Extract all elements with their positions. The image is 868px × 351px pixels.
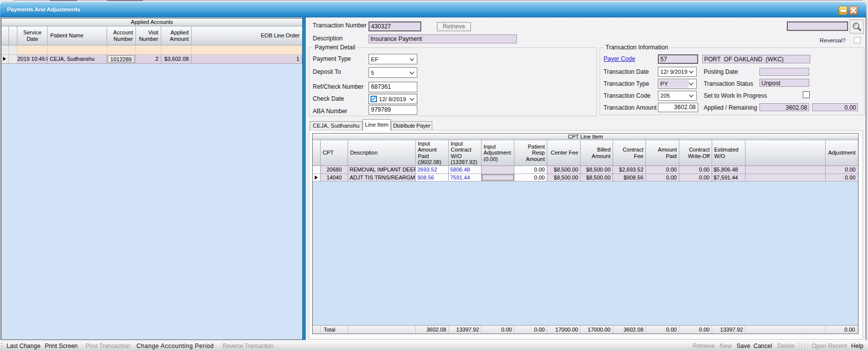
- cell-visit-number[interactable]: 2: [136, 55, 161, 63]
- cell-service-date[interactable]: 2019 10:45:0: [17, 55, 48, 63]
- cell-description[interactable]: REMOVAL IMPLANT DEEP: [348, 166, 416, 174]
- status-open-recent[interactable]: Open Recent: [812, 343, 847, 350]
- filter-account-number[interactable]: [107, 45, 136, 54]
- status-delete[interactable]: Delete: [777, 343, 795, 350]
- cell-input-contract-wo[interactable]: 7591.44: [449, 174, 482, 181]
- col-header-contract-write-off[interactable]: Contract Write-Off: [679, 140, 712, 166]
- cell-input-amount-paid[interactable]: 2693.52: [416, 166, 449, 174]
- retrieve-button[interactable]: Retrieve: [437, 22, 471, 31]
- col-header-visit-number[interactable]: Visit Number: [136, 26, 161, 45]
- account-number-box[interactable]: 1012289: [108, 55, 134, 63]
- cell-estimated-wo[interactable]: $5,806.48: [712, 166, 745, 174]
- tab-distribute-payer[interactable]: Distribute Payer: [391, 121, 432, 130]
- cell-patient-resp-amount[interactable]: 0.00: [514, 166, 547, 174]
- cpt-line-item-grid: CPT Line Item CPT Description Input Amou…: [312, 133, 859, 334]
- status-change-accounting-period[interactable]: Change Accounting Period: [136, 343, 214, 350]
- col-header-service-date[interactable]: Service Date: [17, 26, 48, 45]
- cell-description[interactable]: ADJT TIS TRNS/REARGM: [348, 174, 416, 181]
- col-header-patient-resp-amount[interactable]: Patient Resp Amount: [514, 140, 547, 166]
- status-print-screen[interactable]: Print Screen: [45, 343, 78, 350]
- col-header-account-number[interactable]: Account Number: [107, 26, 136, 45]
- payer-code-link[interactable]: Payer Code: [604, 56, 635, 62]
- filter-applied-amount[interactable]: [161, 45, 192, 54]
- filter-eob-line-order[interactable]: [192, 45, 302, 54]
- search-input[interactable]: [787, 21, 848, 31]
- col-header-center-fee[interactable]: Center Fee: [547, 140, 581, 166]
- col-header-applied-amount[interactable]: Applied Amount: [161, 26, 192, 45]
- filter-visit-number[interactable]: [136, 45, 161, 54]
- cell-input-adjustment[interactable]: [482, 166, 514, 174]
- cpt-row[interactable]: 20680 REMOVAL IMPLANT DEEP 2693.52 5806.…: [313, 166, 858, 174]
- cell-input-amount-paid[interactable]: 908.56: [416, 174, 449, 181]
- title-bar[interactable]: Payments And Adjustments: [0, 1, 867, 17]
- tab-patient[interactable]: CEJA, Sudhanshu: [310, 121, 363, 130]
- cell-adjustment[interactable]: 0.00: [826, 174, 858, 181]
- col-header-eob-line-order[interactable]: EOB Line Order: [192, 26, 302, 45]
- status-retrieve[interactable]: Retrieve: [693, 343, 715, 350]
- deposit-to-combo[interactable]: 5: [369, 67, 417, 78]
- cell-billed-amount[interactable]: $8,500.00: [581, 166, 613, 174]
- ref-check-number-field[interactable]: 687361: [369, 82, 417, 92]
- status-post-transaction[interactable]: Post Transaction: [86, 343, 130, 350]
- filter-service-date[interactable]: [17, 45, 48, 54]
- check-date-checkbox[interactable]: [371, 96, 377, 102]
- applied-account-row[interactable]: 2019 10:45:0 CEJA, Sudhanshu 1012289 2 $…: [1, 55, 302, 64]
- cell-account-number[interactable]: 1012289: [107, 55, 136, 63]
- status-last-change[interactable]: Last Change: [6, 343, 40, 350]
- transaction-code-combo[interactable]: 205: [658, 91, 697, 101]
- status-reverse-transaction[interactable]: Reverse Transaction: [223, 343, 273, 350]
- cell-input-contract-wo[interactable]: 5806.48: [449, 166, 482, 174]
- cell-center-fee[interactable]: $8,500.00: [547, 166, 581, 174]
- cell-cpt[interactable]: 14040: [321, 174, 348, 181]
- status-new[interactable]: New: [720, 343, 732, 350]
- aba-number-field[interactable]: 979789: [369, 105, 417, 115]
- tab-line-item[interactable]: Line Item: [363, 119, 391, 131]
- cell-input-adjustment-focused[interactable]: [482, 174, 514, 181]
- payment-type-combo[interactable]: EF: [369, 54, 417, 64]
- cell-estimated-wo[interactable]: $7,591.44: [712, 174, 745, 181]
- transaction-number-field[interactable]: 430327: [369, 21, 421, 31]
- cell-contract-write-off[interactable]: 0.00: [679, 174, 712, 181]
- col-header-adjustment[interactable]: Adjustment: [826, 140, 858, 166]
- payer-code-field[interactable]: 57: [658, 54, 698, 64]
- cell-billed-amount[interactable]: $8,500.00: [581, 174, 613, 181]
- col-header-input-adjustment[interactable]: Input Adjustment (0.00): [482, 140, 514, 166]
- cell-amount-paid[interactable]: 0.00: [646, 166, 679, 174]
- col-header-amount-paid[interactable]: Amount Paid: [646, 140, 679, 166]
- cell-applied-amount[interactable]: $3,602.08: [161, 55, 192, 63]
- description-field[interactable]: Insurance Payment: [369, 34, 517, 43]
- col-header-contract-fee[interactable]: Contract Fee: [613, 140, 646, 166]
- col-header-input-amount-paid[interactable]: Input Amount Paid (3602.08): [416, 140, 449, 166]
- transaction-date-picker[interactable]: 12/ 9/2019: [658, 67, 697, 77]
- status-save[interactable]: Save: [737, 343, 750, 350]
- cell-cpt[interactable]: 20680: [321, 166, 348, 174]
- cell-patient-name[interactable]: CEJA, Sudhanshu: [48, 55, 107, 63]
- cpt-row[interactable]: 14040 ADJT TIS TRNS/REARGM 908.56 7591.4…: [313, 174, 858, 181]
- col-header-description[interactable]: Description: [348, 140, 416, 166]
- cell-contract-fee[interactable]: $2,693.52: [613, 166, 646, 174]
- minimize-button[interactable]: [839, 6, 848, 15]
- status-help[interactable]: Help: [851, 343, 864, 350]
- col-header-billed-amount[interactable]: Billed Amount: [581, 140, 613, 166]
- check-date-picker[interactable]: 12/ 8/2019: [369, 94, 417, 104]
- cell-center-fee[interactable]: $8,500.00: [547, 174, 581, 181]
- set-to-wip-checkbox[interactable]: [803, 91, 810, 98]
- col-header-patient-name[interactable]: Patient Name: [48, 26, 107, 45]
- transaction-amount-field[interactable]: 3602.08: [658, 103, 698, 112]
- reversal-checkbox[interactable]: [854, 37, 861, 43]
- transaction-type-combo[interactable]: PY: [658, 79, 697, 89]
- status-cancel[interactable]: Cancel: [753, 343, 772, 350]
- cell-contract-write-off[interactable]: 0.00: [679, 166, 712, 174]
- cell-amount-paid[interactable]: 0.00: [646, 174, 679, 181]
- panel-splitter[interactable]: [303, 17, 306, 340]
- col-header-estimated-wo[interactable]: Estimated W/O: [712, 140, 745, 166]
- cell-patient-resp-amount[interactable]: 0.00: [514, 174, 547, 181]
- search-button[interactable]: [850, 19, 864, 34]
- col-header-input-contract-wo[interactable]: Input Contract W/O (13397.92): [449, 140, 482, 166]
- close-button[interactable]: [849, 6, 858, 15]
- cell-adjustment[interactable]: 0.00: [826, 166, 858, 174]
- cell-contract-fee[interactable]: $908.56: [613, 174, 646, 181]
- cell-eob-line-order[interactable]: 1: [192, 55, 302, 63]
- filter-patient-name[interactable]: [48, 45, 107, 54]
- col-header-cpt[interactable]: CPT: [321, 140, 348, 166]
